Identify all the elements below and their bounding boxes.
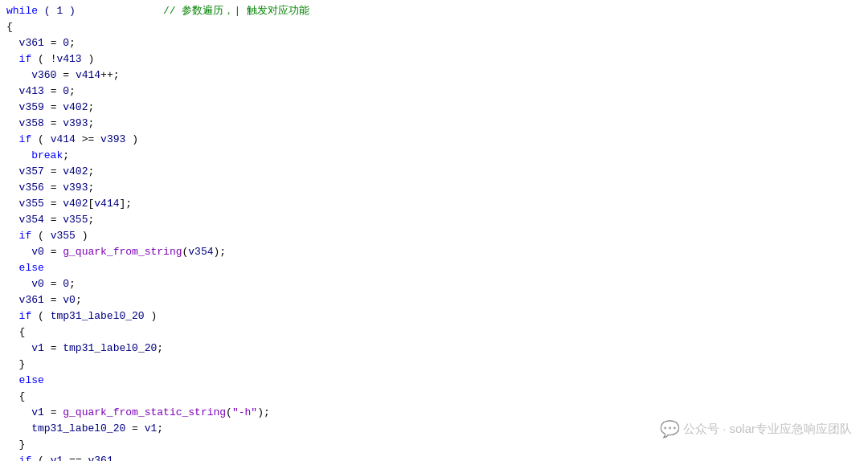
code-line-6: v413 = 0;	[6, 84, 862, 100]
code-line-10: break;	[6, 148, 862, 164]
code-line-20: if ( tmp31_label0_20 )	[6, 308, 862, 324]
code-line-15: if ( v355 )	[6, 228, 862, 244]
code-line-17: else	[6, 260, 862, 276]
code-line-27: tmp31_label0_20 = v1;	[6, 421, 862, 437]
code-line-21: {	[6, 324, 862, 341]
code-line-8: v358 = v393;	[6, 116, 862, 132]
code-line-19: v361 = v0;	[6, 292, 862, 308]
code-line-13: v355 = v402[v414];	[6, 196, 862, 212]
code-line-29: if ( v1 == v361	[6, 453, 862, 461]
code-line-26: v1 = g_quark_from_static_string("‐h");	[6, 405, 862, 421]
code-line-12: v356 = v393;	[6, 180, 862, 196]
code-line-3: v361 = 0;	[6, 35, 862, 51]
code-line-22: v1 = tmp31_label0_20;	[6, 341, 862, 357]
code-line-5: v360 = v414++;	[6, 67, 862, 84]
code-line-7: v359 = v402;	[6, 100, 862, 116]
code-line-24: else	[6, 373, 862, 389]
code-line-9: if ( v414 >= v393 )	[6, 132, 862, 148]
code-line-1: while ( 1 ) // 参数遍历，| 触发对应功能	[6, 3, 862, 19]
code-line-16: v0 = g_quark_from_string(v354);	[6, 244, 862, 260]
code-line-23: }	[6, 357, 862, 373]
code-line-2: {	[6, 19, 862, 35]
code-line-18: v0 = 0;	[6, 276, 862, 292]
code-line-25: {	[6, 389, 862, 405]
code-container: while ( 1 ) // 参数遍历，| 触发对应功能 { v361 = 0;…	[0, 0, 868, 461]
code-line-14: v354 = v355;	[6, 212, 862, 228]
code-line-4: if ( !v413 )	[6, 51, 862, 67]
code-line-28: }	[6, 437, 862, 453]
code-line-11: v357 = v402;	[6, 164, 862, 180]
